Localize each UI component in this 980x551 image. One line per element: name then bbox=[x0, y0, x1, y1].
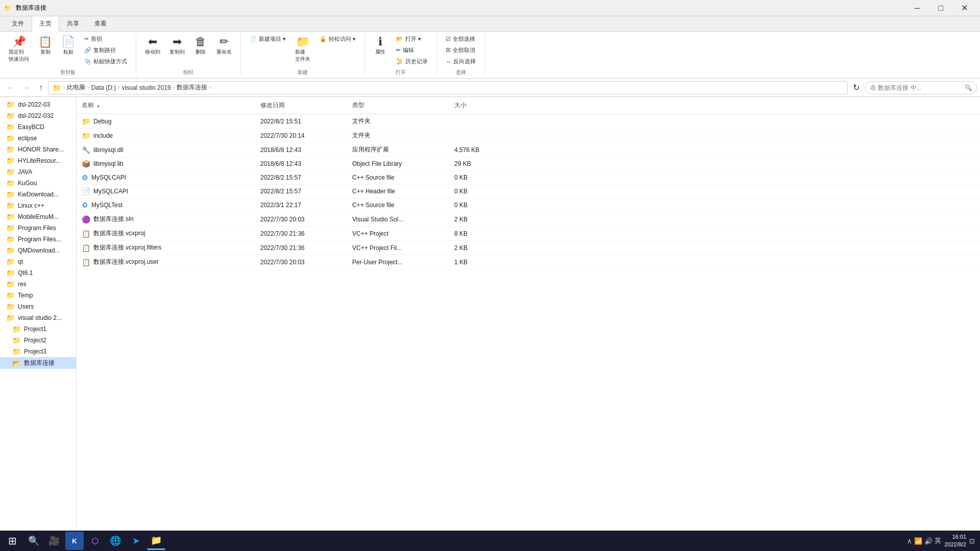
col-modified-header[interactable]: 修改日期 bbox=[255, 99, 347, 112]
invert-select-button[interactable]: ↔反向选择 bbox=[442, 56, 479, 67]
ime-icon[interactable]: 英 bbox=[935, 536, 941, 545]
rename-button[interactable]: ✏ 重命名 bbox=[213, 34, 235, 58]
taskbar-browser[interactable]: 🌐 bbox=[106, 532, 125, 550]
sidebar-item-7[interactable]: 📁KuGou bbox=[0, 178, 76, 189]
edit-button[interactable]: ✏编辑 bbox=[393, 45, 431, 56]
easy-access-button[interactable]: 🔓轻松访问 ▾ bbox=[316, 34, 359, 44]
taskbar-datetime[interactable]: 16:01 2022/8/2 bbox=[944, 533, 966, 549]
sidebar-item-17[interactable]: 📁Temp bbox=[0, 290, 76, 301]
file-modified-8: 2022/7/30 21:36 bbox=[255, 227, 347, 240]
sidebar-item-23[interactable]: 📂数据库连接 bbox=[0, 357, 76, 369]
history-button[interactable]: 📜历史记录 bbox=[393, 56, 431, 67]
sidebar-item-8[interactable]: 📁KwDownload... bbox=[0, 189, 76, 200]
sidebar-item-2[interactable]: 📁EasyBCD bbox=[0, 121, 76, 133]
file-row[interactable]: 📦 libmysql.lib 2018/6/8 12:43 Object Fil… bbox=[77, 157, 980, 171]
sidebar-item-16[interactable]: 📁res bbox=[0, 279, 76, 290]
tab-file[interactable]: 文件 bbox=[4, 16, 32, 31]
sidebar-label-5: HYLiteResour... bbox=[18, 157, 61, 164]
new-item-button[interactable]: 📄新建项目 ▾ bbox=[246, 34, 289, 44]
folder-icon-23: 📂 bbox=[12, 359, 21, 367]
forward-button[interactable]: → bbox=[19, 81, 34, 94]
address-bar[interactable]: 📁 › 此电脑 › Data (D:) › visual studio 2019… bbox=[48, 81, 848, 94]
up-button[interactable]: ↑ bbox=[36, 81, 46, 94]
taskbar-arrow[interactable]: ➤ bbox=[127, 532, 145, 550]
move-to-button[interactable]: ⬅ 移动到 bbox=[141, 34, 164, 58]
copy-button[interactable]: 📋 复制 bbox=[35, 34, 56, 58]
sidebar-item-15[interactable]: 📁Qt6.1 bbox=[0, 267, 76, 279]
breadcrumb-pc[interactable]: 此电脑 bbox=[67, 83, 85, 92]
taskbar-vs[interactable]: ⬡ bbox=[86, 532, 104, 550]
breadcrumb-vs[interactable]: visual studio 2019 bbox=[122, 84, 171, 91]
file-row[interactable]: 📄 MySQLCAPI 2022/8/2 15:57 C++ Header fi… bbox=[77, 185, 980, 198]
breadcrumb-current[interactable]: 数据库连接 bbox=[177, 83, 207, 92]
sidebar-item-18[interactable]: 📁Users bbox=[0, 301, 76, 312]
properties-button[interactable]: ℹ 属性 bbox=[370, 34, 390, 58]
close-button[interactable]: ✕ bbox=[952, 0, 976, 16]
delete-button[interactable]: 🗑 删除 bbox=[190, 34, 211, 58]
chevron-icon[interactable]: ∧ bbox=[907, 537, 912, 545]
breadcrumb-root[interactable]: 📁 bbox=[53, 84, 61, 92]
sidebar-item-3[interactable]: 📁eclipse bbox=[0, 133, 76, 144]
taskbar-kapp[interactable]: K bbox=[65, 532, 84, 550]
taskbar-search[interactable]: 🔍 bbox=[24, 532, 43, 550]
tab-view[interactable]: 查看 bbox=[87, 16, 114, 31]
breadcrumb-drive[interactable]: Data (D:) bbox=[91, 84, 116, 91]
sidebar-item-13[interactable]: 📁QMDownload... bbox=[0, 245, 76, 256]
copy-to-button[interactable]: ➡ 复制到 bbox=[166, 34, 188, 58]
back-button[interactable]: ← bbox=[3, 81, 17, 94]
select-all-button[interactable]: ☑全部选择 bbox=[442, 34, 479, 44]
tab-share[interactable]: 共享 bbox=[59, 16, 87, 31]
breadcrumb-sep-0: › bbox=[63, 85, 65, 90]
show-desktop-icon[interactable]: ⊡ bbox=[969, 537, 975, 545]
col-size-header[interactable]: 大小 bbox=[449, 99, 500, 112]
sidebar-item-19[interactable]: 📁visual studio 2... bbox=[0, 312, 76, 323]
sidebar-label-1: dsl-2022-032 bbox=[18, 112, 54, 119]
col-type-header[interactable]: 类型 bbox=[347, 99, 449, 112]
deselect-all-button[interactable]: ☒全部取消 bbox=[442, 45, 479, 56]
taskbar-right: ∧ 📶 🔊 英 16:01 2022/8/2 ⊡ bbox=[907, 533, 978, 549]
search-box[interactable]: 🔍 bbox=[865, 81, 977, 94]
sidebar-item-20[interactable]: 📁Project1 bbox=[0, 323, 76, 335]
taskbar-camera[interactable]: 🎥 bbox=[45, 532, 63, 550]
copy-path-button[interactable]: 🔗复制路径 bbox=[81, 45, 131, 56]
pin-to-quickaccess-button[interactable]: 📌 固定到快速访问 bbox=[5, 34, 33, 65]
maximize-button[interactable]: □ bbox=[929, 0, 952, 16]
file-row[interactable]: 🔧 libmysql.dll 2018/6/8 12:43 应用程序扩展 4,5… bbox=[77, 143, 980, 157]
taskbar-explorer[interactable]: 📁 bbox=[147, 532, 165, 550]
new-folder-button[interactable]: 📁 新建文件夹 bbox=[291, 34, 314, 65]
wifi-icon[interactable]: 📶 bbox=[914, 537, 922, 545]
sidebar-item-11[interactable]: 📁Program Files bbox=[0, 222, 76, 234]
refresh-button[interactable]: ↻ bbox=[850, 81, 863, 94]
file-row[interactable]: 📁 include 2022/7/30 20:14 文件夹 bbox=[77, 129, 980, 143]
file-row[interactable]: 📋 数据库连接.vcxproj.user 2022/7/30 20:03 Per… bbox=[77, 255, 980, 269]
sidebar-item-21[interactable]: 📁Project2 bbox=[0, 335, 76, 346]
file-row[interactable]: ⚙ MySQLCAPI 2022/8/2 15:57 C++ Source fi… bbox=[77, 171, 980, 185]
sidebar-item-14[interactable]: 📁qt bbox=[0, 256, 76, 267]
sidebar-item-12[interactable]: 📁Program Files... bbox=[0, 234, 76, 245]
file-row[interactable]: 🟣 数据库连接.sln 2022/7/30 20:03 Visual Studi… bbox=[77, 212, 980, 227]
sidebar-item-9[interactable]: 📁Linux c++ bbox=[0, 200, 76, 211]
file-size-9: 2 KB bbox=[449, 241, 500, 255]
cut-button[interactable]: ✂剪切 bbox=[81, 34, 131, 44]
file-row[interactable]: 📋 数据库连接.vcxproj 2022/7/30 21:36 VC++ Pro… bbox=[77, 227, 980, 241]
sidebar-item-0[interactable]: 📁dsl-2022-03 bbox=[0, 99, 76, 110]
paste-shortcut-button[interactable]: 📎粘贴快捷方式 bbox=[81, 56, 131, 67]
sidebar-item-5[interactable]: 📁HYLiteResour... bbox=[0, 155, 76, 166]
file-row[interactable]: ⚙ MySQLTest 2022/3/1 22:17 C++ Source fi… bbox=[77, 198, 980, 212]
start-button[interactable]: ⊞ bbox=[2, 532, 22, 550]
sidebar-item-10[interactable]: 📁MobileEmuM... bbox=[0, 211, 76, 222]
volume-icon[interactable]: 🔊 bbox=[924, 537, 933, 545]
select-label: 选择 bbox=[456, 67, 466, 76]
search-input[interactable] bbox=[870, 84, 961, 91]
sidebar-item-4[interactable]: 📁HONOR Share... bbox=[0, 144, 76, 155]
sidebar-item-22[interactable]: 📁Project3 bbox=[0, 346, 76, 357]
file-row[interactable]: 📋 数据库连接.vcxproj.filters 2022/7/30 21:36 … bbox=[77, 241, 980, 255]
col-name-header[interactable]: 名称 ▲ bbox=[77, 99, 255, 112]
minimize-button[interactable]: ─ bbox=[905, 0, 929, 16]
paste-button[interactable]: 📄 粘贴 bbox=[58, 34, 79, 58]
open-button[interactable]: 📂打开 ▾ bbox=[393, 34, 431, 44]
sidebar-item-1[interactable]: 📁dsl-2022-032 bbox=[0, 110, 76, 121]
sidebar-item-6[interactable]: 📁JAVA bbox=[0, 166, 76, 178]
file-row[interactable]: 📁 Debug 2022/8/2 15:51 文件夹 bbox=[77, 114, 980, 129]
tab-home[interactable]: 主页 bbox=[32, 16, 59, 32]
